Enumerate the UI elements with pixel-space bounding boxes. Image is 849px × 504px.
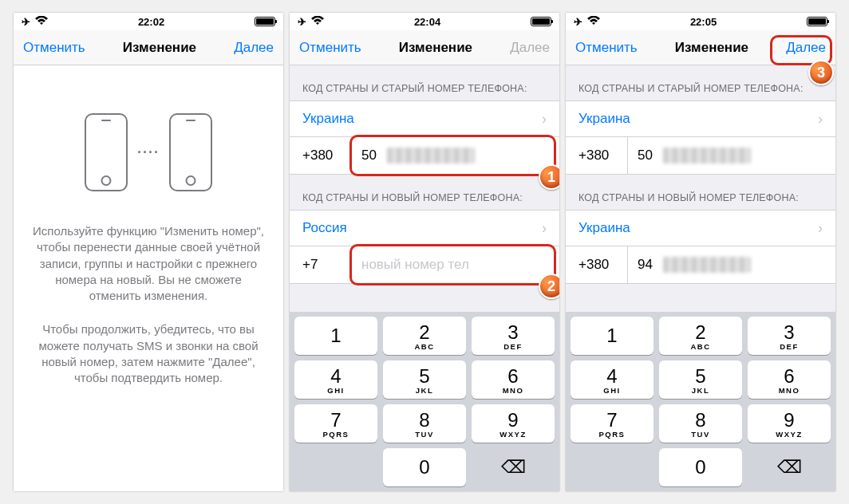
keypad-8[interactable]: 8TUV: [659, 404, 742, 443]
battery-icon: [255, 17, 275, 26]
redacted-number: [663, 148, 751, 163]
transfer-illustration: ····: [85, 113, 212, 191]
keypad-4[interactable]: 4GHI: [294, 360, 377, 399]
chevron-right-icon: ›: [818, 111, 823, 128]
status-time: 22:02: [138, 16, 164, 28]
screen-3: ✈ 22:05 Отменить Изменение Далее 3 КОД С…: [566, 13, 835, 491]
new-number-label: КОД СТРАНЫ И НОВЫЙ НОМЕР ТЕЛЕФОНА:: [290, 175, 559, 210]
old-country-name: Украина: [579, 111, 630, 127]
new-dial-code[interactable]: +380: [566, 246, 628, 283]
redacted-number: [663, 257, 751, 273]
numeric-keypad: 12ABC3DEF4GHI5JKL6MNO7PQRS8TUV9WXYZ0⌫: [566, 312, 835, 491]
keypad-5[interactable]: 5JKL: [383, 360, 466, 399]
new-country-name: Украина: [579, 220, 630, 236]
old-dial-code[interactable]: +380: [566, 137, 628, 174]
nav-bar: Отменить Изменение Далее 3: [566, 30, 835, 65]
callout-2: 2: [539, 274, 559, 299]
nav-title: Изменение: [675, 40, 748, 56]
chevron-right-icon: ›: [542, 111, 547, 128]
battery-icon: [531, 17, 551, 26]
next-button[interactable]: Далее: [786, 40, 826, 55]
keypad-8[interactable]: 8TUV: [383, 404, 466, 443]
keypad-7[interactable]: 7PQRS: [294, 404, 377, 443]
old-number-input[interactable]: 50: [352, 137, 559, 174]
keypad-0[interactable]: 0: [659, 448, 742, 486]
screen-1: ✈ 22:02 Отменить Изменение Далее ····: [14, 13, 283, 491]
cancel-button[interactable]: Отменить: [23, 40, 85, 56]
new-number-label: КОД СТРАНЫ И НОВЫЙ НОМЕР ТЕЛЕФОНА:: [566, 175, 835, 210]
airplane-icon: ✈: [574, 16, 582, 28]
callout-1: 1: [539, 164, 559, 190]
battery-icon: [807, 17, 827, 26]
new-number-prefix: 94: [638, 257, 653, 273]
intro-text-1: Используйте функцию "Изменить номер", чт…: [33, 223, 264, 304]
nav-title: Изменение: [399, 40, 472, 56]
old-country-row[interactable]: Украина ›: [290, 100, 559, 137]
old-country-name: Украина: [302, 111, 354, 127]
old-number-row: +380 50: [566, 137, 835, 175]
cancel-button[interactable]: Отменить: [299, 40, 361, 56]
keypad-3[interactable]: 3DEF: [748, 317, 831, 355]
form-content: КОД СТРАНЫ И СТАРЫЙ НОМЕР ТЕЛЕФОНА: Укра…: [566, 65, 835, 491]
dots-icon: ····: [137, 143, 160, 162]
new-country-name: Россия: [302, 220, 347, 236]
keypad-7[interactable]: 7PQRS: [571, 404, 654, 443]
airplane-icon: ✈: [22, 16, 30, 28]
nav-bar: Отменить Изменение Далее: [290, 30, 559, 65]
keypad-1[interactable]: 1: [571, 317, 654, 355]
keypad-delete[interactable]: ⌫: [748, 448, 831, 486]
new-number-input[interactable]: новый номер тел: [352, 246, 559, 283]
numeric-keypad: 12ABC3DEF4GHI5JKL6MNO7PQRS8TUV9WXYZ0⌫: [290, 312, 559, 491]
new-number-row: +380 94: [566, 246, 835, 284]
keypad-2[interactable]: 2ABC: [383, 317, 466, 355]
old-number-label: КОД СТРАНЫ И СТАРЫЙ НОМЕР ТЕЛЕФОНА:: [566, 65, 835, 100]
keypad-3[interactable]: 3DEF: [472, 317, 555, 355]
old-number-row: +380 50 1: [290, 137, 559, 175]
airplane-icon: ✈: [298, 16, 306, 28]
wifi-icon: [35, 16, 48, 28]
keypad-1[interactable]: 1: [294, 317, 377, 355]
status-bar: ✈ 22:02: [14, 13, 283, 30]
keypad-5[interactable]: 5JKL: [659, 360, 742, 399]
new-dial-code[interactable]: +7: [290, 246, 352, 283]
keypad-0[interactable]: 0: [383, 448, 466, 486]
old-number-prefix: 50: [361, 148, 377, 163]
next-button[interactable]: Далее: [234, 40, 274, 56]
wifi-icon: [311, 16, 324, 28]
cancel-button[interactable]: Отменить: [575, 40, 638, 56]
new-country-row[interactable]: Россия ›: [290, 210, 559, 246]
new-number-input[interactable]: 94: [628, 246, 835, 283]
nav-title: Изменение: [123, 40, 196, 56]
new-number-row: +7 новый номер тел 2: [290, 246, 559, 284]
phone-icon: [85, 113, 128, 191]
old-dial-code[interactable]: +380: [290, 137, 352, 174]
keypad-9[interactable]: 9WXYZ: [748, 404, 831, 443]
old-country-row[interactable]: Украина ›: [566, 100, 835, 137]
keypad-6[interactable]: 6MNO: [472, 360, 555, 399]
intro-text-2: Чтобы продолжить, убедитесь, что вы може…: [33, 321, 264, 386]
keypad-2[interactable]: 2ABC: [659, 317, 742, 355]
status-time: 22:04: [414, 16, 440, 28]
status-time: 22:05: [690, 16, 717, 28]
chevron-right-icon: ›: [818, 220, 823, 237]
next-button[interactable]: Далее: [510, 40, 550, 56]
chevron-right-icon: ›: [542, 220, 547, 237]
new-country-row[interactable]: Украина ›: [566, 210, 835, 246]
keypad-9[interactable]: 9WXYZ: [472, 404, 555, 443]
new-number-placeholder: новый номер тел: [361, 257, 469, 273]
keypad-delete[interactable]: ⌫: [472, 448, 555, 486]
wifi-icon: [587, 16, 600, 28]
nav-bar: Отменить Изменение Далее: [14, 30, 283, 65]
old-number-prefix: 50: [638, 148, 653, 163]
callout-3: 3: [808, 60, 834, 85]
keypad-4[interactable]: 4GHI: [571, 360, 654, 399]
intro-content: ···· Используйте функцию "Изменить номер…: [14, 65, 283, 491]
redacted-number: [387, 148, 475, 163]
old-number-label: КОД СТРАНЫ И СТАРЫЙ НОМЕР ТЕЛЕФОНА:: [290, 65, 559, 100]
status-bar: ✈ 22:05: [566, 13, 835, 30]
status-bar: ✈ 22:04: [290, 13, 559, 30]
form-content: КОД СТРАНЫ И СТАРЫЙ НОМЕР ТЕЛЕФОНА: Укра…: [290, 65, 559, 491]
keypad-6[interactable]: 6MNO: [748, 360, 831, 399]
old-number-input[interactable]: 50: [628, 137, 835, 174]
screen-2: ✈ 22:04 Отменить Изменение Далее КОД СТР…: [290, 13, 559, 491]
